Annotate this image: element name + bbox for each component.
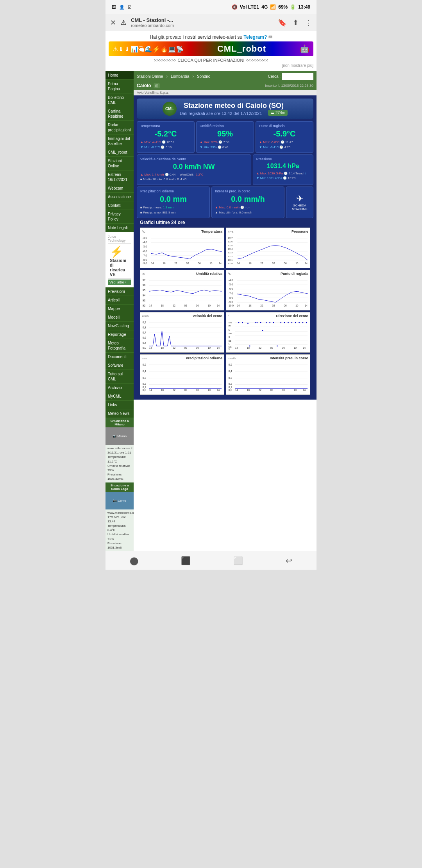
breadcrumb-sondrio[interactable]: Sondrio (197, 74, 210, 79)
chart-humidity-title: Umidità relativa (196, 272, 222, 276)
svg-text:14: 14 (219, 262, 222, 264)
station-info-card[interactable]: ✈ SCHEDA STAZIONE (286, 187, 313, 218)
ad-banner[interactable]: Hai già provato i nostri servizi meteo-a… (106, 31, 316, 71)
sidebar-item-associazione[interactable]: Associazione (106, 193, 134, 201)
situazione-milano-title: Situazione a Milano (107, 419, 132, 426)
svg-text:92: 92 (143, 304, 146, 307)
square-button[interactable]: ⬜ (233, 556, 243, 565)
sidebar-item-documenti[interactable]: Documenti (106, 353, 134, 361)
sidebar-item-cartina[interactable]: Cartina Realtime (106, 107, 134, 121)
sidebar-item-stazioni[interactable]: Stazioni Online (106, 157, 134, 170)
precip-rate-value: 0.0 mm/h (215, 195, 281, 204)
precip-day-detail: ■ Precip. mese: 1.3 mm ■ Precip. anno: 8… (140, 205, 206, 215)
sidebar-item-privacy[interactable]: Privacy Policy (106, 210, 134, 224)
station-title-bar: CML Stazione meteo di Caiolo (SO) Dati r… (137, 99, 313, 119)
breadcrumb-lombardia[interactable]: Lombardia (171, 74, 189, 79)
como-weather: www.meteocomo.it 17/12/21, ore 13:44 Tem… (106, 509, 134, 551)
sidebar-item-previsioni[interactable]: Previsioni (106, 287, 134, 296)
svg-text:1033: 1033 (228, 251, 232, 254)
telegram-link[interactable]: Telegram? (243, 34, 267, 40)
milan-humidity: Umidità relativa: 79% (107, 464, 132, 472)
sidebar-item-meteo-foto[interactable]: Meteo Fotografia (106, 339, 134, 353)
sidebar-item-prima-pagina[interactable]: Prima Pagina (106, 80, 134, 93)
status-bar: 🖼 👤 ☑ 🔇 Vol LTE1 4G 📶 69% 🔋 13:46 (106, 0, 316, 14)
mute-icon: 🔇 (232, 4, 238, 10)
sidebar-ad[interactable]: Juice Technology ⚡ Stazioni di ricarica … (106, 232, 134, 287)
chart-dew-title: Punto di rugiada (281, 272, 308, 276)
svg-text:18: 18 (249, 262, 252, 264)
warning-icon: ⚠ (121, 19, 126, 26)
search-bar: Cerca : (268, 73, 313, 80)
sidebar-item-modelli[interactable]: Modelli (106, 313, 134, 322)
chart-precip-svg: 0,5 0,4 0,3 0,2 0,1 0,0 14 (142, 361, 222, 392)
sidebar-item-articoli[interactable]: Articoli (106, 296, 134, 305)
chart-direzione: ° Direzione del vento NW W M SW S SE E (226, 312, 310, 353)
milan-weather: www.milanocam.it 3/11/21, ore 1:51 Tempe… (106, 445, 134, 482)
sidebar-ad-title: Juice Technology (108, 235, 131, 242)
chart-pressure-unit: hPa (228, 230, 233, 233)
sidebar-item-note[interactable]: Note Legali (106, 224, 134, 232)
share-icon[interactable]: ⬆ (293, 18, 299, 27)
svg-rect-163 (228, 362, 308, 391)
pressure-card: Pressione 1031.4 hPa ▲ Max: 1036.6hPa 🕐 … (253, 154, 313, 185)
search-label: Cerca : (268, 74, 281, 79)
svg-text:22: 22 (260, 262, 263, 264)
sidebar-item-meteo-news[interactable]: Meteo News (106, 409, 134, 418)
temperature-minmax: ▲ Max: -4.4°C 🕐 12:52 ▼ Min: -8.8°C 🕐 6:… (140, 140, 191, 150)
sidebar-item-tutto-cml[interactable]: Tutto sul CML (106, 370, 134, 384)
sidebar-item-archivio[interactable]: Archivio (106, 384, 134, 392)
sidebar-item-nowcasting[interactable]: NowCasting (106, 322, 134, 330)
back-button[interactable]: ↩ (286, 556, 292, 565)
svg-text:N: N (229, 348, 230, 350)
tab-url: rometeolombardo.com (131, 23, 273, 28)
sidebar-item-bollettino[interactable]: Bollettino CML (106, 93, 134, 107)
svg-text:10: 10 (209, 262, 213, 264)
sidebar-item-reportage[interactable]: Reportage (106, 330, 134, 339)
clock: 13:46 (298, 4, 310, 10)
sidebar-item-mappe[interactable]: Mappe (106, 305, 134, 313)
sidebar-item-mycml[interactable]: MyCML (106, 392, 134, 401)
ad-strip[interactable]: ⚠🌡🌡📊🌦🌊⚡🔥💻📡 CML_robot 🤖 (109, 41, 313, 56)
browser-bar: ✕ ⚠ CML - Stazioni -... rometeolombardo.… (106, 14, 316, 31)
user-icon: 👤 (119, 5, 125, 10)
chart-precip-title: Precipitazioni odierne (186, 356, 222, 360)
svg-text:22: 22 (259, 388, 262, 391)
svg-text:95: 95 (143, 289, 146, 292)
sidebar-item-estremi[interactable]: Estremi 16/12/2021 (106, 170, 134, 184)
station-expand-btn[interactable]: ⊞ (154, 83, 160, 88)
ad-dismiss[interactable]: [non mostrare più] (109, 63, 313, 68)
sidebar-item-cml-robot[interactable]: CML_robot (106, 148, 134, 157)
sidebar-item-software[interactable]: Software (106, 361, 134, 370)
sidebar-item-radar[interactable]: Radar precipitazioni (106, 121, 134, 135)
sidebar-item-links[interactable]: Links (106, 401, 134, 409)
svg-text:18: 18 (163, 262, 166, 264)
breadcrumb-stazioni[interactable]: Stazioni Online (137, 74, 163, 79)
sidebar-item-contatti[interactable]: Contatti (106, 201, 134, 210)
chart-humidity-unit: % (142, 272, 145, 276)
sidebar-ad-link[interactable]: Vedi altro › (108, 280, 131, 285)
svg-text:14: 14 (305, 304, 308, 307)
recents-button[interactable]: ⬛ (181, 556, 191, 565)
home-button[interactable]: ⬤ (130, 556, 138, 565)
pressure-title: Pressione (256, 157, 310, 161)
svg-point-120 (247, 323, 249, 324)
sidebar-item-webcam[interactable]: Webcam (106, 184, 134, 193)
ad-cta[interactable]: >>>>>>>>> CLICCA QUI PER INFORMAZIONI <<… (109, 58, 313, 63)
svg-text:18: 18 (249, 304, 252, 307)
bookmark-icon[interactable]: 🔖 (278, 18, 286, 27)
search-input[interactable] (282, 73, 313, 80)
temperature-title: Temperatura (140, 124, 191, 128)
svg-text:18: 18 (247, 388, 250, 391)
data-row-3: Precipitazioni odierne 0.0 mm ■ Precip. … (137, 187, 313, 218)
svg-text:14: 14 (149, 388, 152, 391)
svg-point-134 (295, 322, 296, 323)
more-icon[interactable]: ⋮ (305, 18, 312, 27)
chart-intensity-svg: 0,5 0,4 0,3 0,2 0,1 0,0 14 (228, 361, 308, 392)
precip-rate-title: Intensità prec. in corso (215, 189, 281, 193)
close-button[interactable]: ✕ (110, 18, 116, 27)
sidebar-item-home[interactable]: Home (106, 71, 134, 80)
svg-text:02: 02 (184, 346, 188, 349)
sidebar-item-immagini[interactable]: Immagini dal Satellite (106, 135, 134, 148)
browser-tab[interactable]: CML - Stazioni -... rometeolombardo.com (131, 17, 273, 28)
chart-dir-title: Direzione del vento (276, 314, 308, 318)
